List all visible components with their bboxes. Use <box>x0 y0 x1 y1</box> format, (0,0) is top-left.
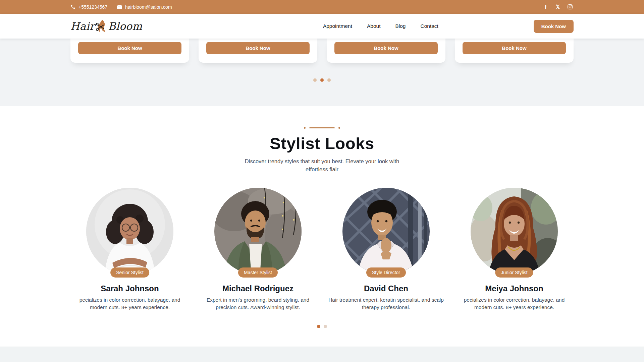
carousel-dot[interactable] <box>327 78 331 82</box>
carousel-dot[interactable] <box>324 325 327 328</box>
service-book-now-button[interactable]: Book Now <box>463 42 566 54</box>
instagram-icon[interactable] <box>566 3 574 11</box>
phone-number: +5551234567 <box>78 4 107 10</box>
stylist-name: Sarah Johnson <box>70 284 189 293</box>
stylist-badge: Senior Stylist <box>110 267 149 278</box>
stylist-card: Master Stylist Michael Rodriguez Expert … <box>199 188 317 311</box>
email-link[interactable]: hairbloom@salon.com <box>117 4 172 10</box>
nav-item-appointment[interactable]: Appointment <box>323 23 352 29</box>
stylist-photo-sarah <box>86 188 173 275</box>
stylist-photo-david <box>342 188 430 275</box>
stylist-photo-michael <box>214 188 302 275</box>
service-cards-row: Book Now Book Now Book Now Book Now <box>70 39 574 63</box>
stylists-row: Senior Stylist Sarah Johnson pecializes … <box>70 188 574 311</box>
stylist-looks-section: Stylist Looks Discover trendy styles tha… <box>0 106 644 347</box>
stylist-badge: Junior Stylist <box>495 267 533 278</box>
stylist-badge: Style Director <box>366 267 406 278</box>
stylist-name: David Chen <box>327 284 445 293</box>
nav-item-contact[interactable]: Contact <box>420 23 438 29</box>
email-icon <box>117 5 122 9</box>
service-card: Book Now <box>455 39 574 63</box>
stylists-carousel-dots <box>70 325 574 328</box>
phone-icon <box>70 4 75 9</box>
nav-links: Appointment About Blog Contact <box>323 23 438 29</box>
carousel-dot[interactable] <box>313 78 317 82</box>
scissors-hair-icon <box>96 19 107 35</box>
x-twitter-icon[interactable]: 𝕏 <box>554 3 561 11</box>
service-book-now-button[interactable]: Book Now <box>206 42 310 54</box>
stylist-description: pecializes in color correction, balayage… <box>70 296 189 311</box>
logo-word-bloom: Bloom <box>108 20 142 32</box>
carousel-dot-active[interactable] <box>320 78 324 82</box>
main-navbar: Hair Bloom Appointment About Blog Contac… <box>0 14 644 39</box>
service-book-now-button[interactable]: Book Now <box>78 42 181 54</box>
book-now-nav-button[interactable]: Book Now <box>534 20 574 33</box>
nav-item-about[interactable]: About <box>367 23 381 29</box>
section-subtitle: Discover trendy styles that suit you bes… <box>243 158 401 174</box>
stylist-description: pecializes in color correction, balayage… <box>455 296 574 311</box>
stylist-card: Junior Stylist Meiya Johnson pecializes … <box>455 188 574 311</box>
footer-band <box>0 347 644 362</box>
site-logo[interactable]: Hair Bloom <box>70 18 142 34</box>
top-contact-bar: +5551234567 hairbloom@salon.com f 𝕏 <box>0 0 644 14</box>
phone-link[interactable]: +5551234567 <box>70 4 107 10</box>
stylist-badge: Master Stylist <box>238 267 278 278</box>
services-carousel-dots <box>70 63 574 82</box>
stylist-name: Meiya Johnson <box>455 284 574 293</box>
stylist-card: Senior Stylist Sarah Johnson pecializes … <box>70 188 189 311</box>
section-divider <box>0 127 644 129</box>
service-card: Book Now <box>70 39 189 63</box>
stylist-name: Michael Rodriguez <box>199 284 317 293</box>
service-card: Book Now <box>327 39 445 63</box>
services-section: Book Now Book Now Book Now Book Now <box>0 39 644 106</box>
carousel-dot-active[interactable] <box>317 325 320 328</box>
stylist-description: Hair treatment expert, keratin specialis… <box>327 296 445 311</box>
logo-word-hair: Hair <box>70 20 95 32</box>
stylist-card: Style Director David Chen Hair treatment… <box>327 188 445 311</box>
email-address: hairbloom@salon.com <box>125 4 172 10</box>
service-book-now-button[interactable]: Book Now <box>334 42 438 54</box>
nav-item-blog[interactable]: Blog <box>395 23 406 29</box>
stylist-description: Expert in men's grooming, beard styling,… <box>199 296 317 311</box>
facebook-icon[interactable]: f <box>542 3 549 11</box>
section-title: Stylist Looks <box>0 134 644 153</box>
stylist-photo-meiya <box>471 188 558 275</box>
service-card: Book Now <box>199 39 317 63</box>
